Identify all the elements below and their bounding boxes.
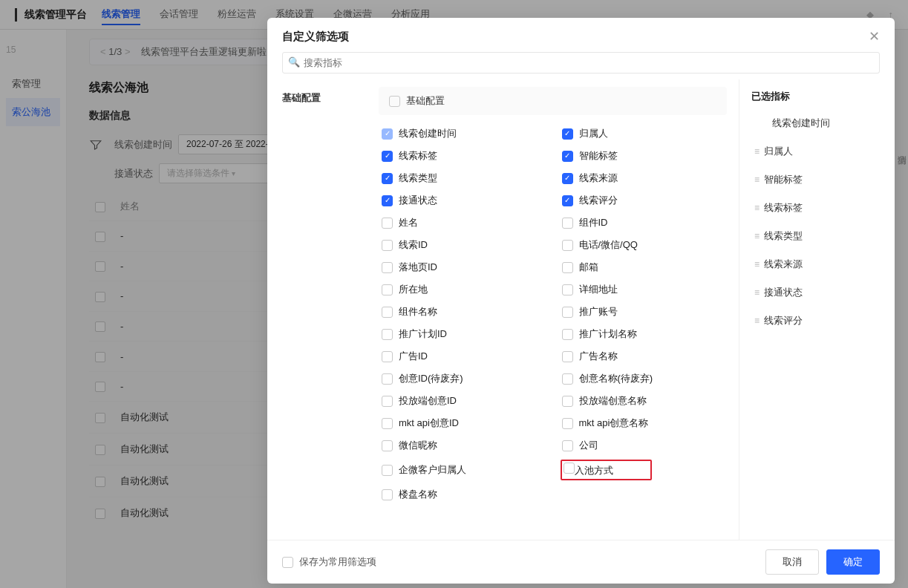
- option-落地页ID[interactable]: 落地页ID: [379, 256, 559, 278]
- save-default-label: 保存为常用筛选项: [299, 555, 376, 569]
- selected-item[interactable]: ≡接通状态: [751, 278, 883, 307]
- option-微信昵称[interactable]: 微信昵称: [379, 434, 559, 457]
- option-checkbox[interactable]: [562, 307, 573, 318]
- option-mkt api创意ID[interactable]: mkt api创意ID: [379, 412, 559, 434]
- option-checkbox[interactable]: [382, 195, 393, 206]
- option-组件ID[interactable]: 组件ID: [559, 212, 739, 234]
- search-input[interactable]: [282, 52, 880, 74]
- option-邮箱[interactable]: 邮箱: [559, 256, 739, 278]
- option-checkbox[interactable]: [564, 463, 575, 474]
- option-checkbox[interactable]: [382, 128, 393, 140]
- option-创意名称(待废弃)[interactable]: 创意名称(待废弃): [559, 368, 739, 390]
- save-default-checkbox[interactable]: [282, 557, 293, 568]
- option-checkbox[interactable]: [562, 284, 573, 295]
- option-智能标签[interactable]: 智能标签: [559, 145, 739, 167]
- selected-item[interactable]: ≡归属人: [751, 137, 883, 166]
- group-checkbox[interactable]: [389, 96, 400, 107]
- option-线索标签[interactable]: 线索标签: [379, 145, 559, 167]
- option-投放端创意ID[interactable]: 投放端创意ID: [379, 390, 559, 412]
- option-组件名称[interactable]: 组件名称: [379, 301, 559, 323]
- option-checkbox[interactable]: [562, 351, 573, 362]
- option-checkbox[interactable]: [382, 284, 393, 295]
- option-公司[interactable]: 公司: [559, 434, 739, 457]
- option-所在地[interactable]: 所在地: [379, 278, 559, 301]
- option-推广计划名称[interactable]: 推广计划名称: [559, 323, 739, 345]
- option-checkbox[interactable]: [562, 173, 573, 184]
- option-checkbox[interactable]: [382, 418, 393, 429]
- option-checkbox[interactable]: [382, 489, 393, 500]
- option-checkbox[interactable]: [382, 307, 393, 318]
- drag-icon[interactable]: ≡: [754, 231, 758, 241]
- selected-item[interactable]: ≡线索评分: [751, 307, 883, 335]
- ok-button[interactable]: 确定: [826, 549, 880, 575]
- option-线索来源[interactable]: 线索来源: [559, 167, 739, 189]
- option-checkbox[interactable]: [382, 440, 393, 451]
- selected-item[interactable]: ≡线索类型: [751, 222, 883, 250]
- option-checkbox[interactable]: [562, 151, 573, 162]
- option-checkbox[interactable]: [562, 440, 573, 451]
- option-checkbox[interactable]: [562, 262, 573, 273]
- option-推广计划ID[interactable]: 推广计划ID: [379, 323, 559, 345]
- option-checkbox[interactable]: [382, 465, 393, 476]
- option-checkbox[interactable]: [382, 151, 393, 162]
- option-checkbox[interactable]: [382, 373, 393, 385]
- option-详细地址[interactable]: 详细地址: [559, 278, 739, 301]
- option-checkbox[interactable]: [382, 262, 393, 273]
- drag-icon[interactable]: ≡: [754, 259, 758, 270]
- option-label: mkt api创意ID: [399, 416, 459, 430]
- option-创意ID(待废弃)[interactable]: 创意ID(待废弃): [379, 368, 559, 390]
- selected-item[interactable]: ≡线索标签: [751, 194, 883, 222]
- option-checkbox[interactable]: [562, 218, 573, 229]
- close-icon[interactable]: ✕: [869, 28, 880, 45]
- option-checkbox[interactable]: [382, 396, 393, 407]
- option-checkbox[interactable]: [562, 373, 573, 385]
- selected-label: 线索评分: [764, 314, 803, 327]
- option-checkbox[interactable]: [562, 418, 573, 429]
- option-广告名称[interactable]: 广告名称: [559, 345, 739, 368]
- option-广告ID[interactable]: 广告ID: [379, 345, 559, 368]
- selected-item[interactable]: ≡智能标签: [751, 166, 883, 194]
- option-推广账号[interactable]: 推广账号: [559, 301, 739, 323]
- selected-item[interactable]: 线索创建时间: [751, 109, 883, 137]
- option-归属人[interactable]: 归属人: [559, 122, 739, 145]
- option-企微客户归属人[interactable]: 企微客户归属人: [379, 457, 559, 483]
- option-接通状态[interactable]: 接通状态: [379, 189, 559, 212]
- option-电话/微信/QQ[interactable]: 电话/微信/QQ: [559, 234, 739, 256]
- drag-icon[interactable]: ≡: [754, 146, 758, 157]
- option-label: 创意名称(待废弃): [579, 372, 653, 385]
- option-checkbox[interactable]: [562, 195, 573, 206]
- category-column: 基础配置: [267, 79, 379, 540]
- option-checkbox[interactable]: [562, 240, 573, 251]
- option-投放端创意名称[interactable]: 投放端创意名称: [559, 390, 739, 412]
- drag-icon[interactable]: ≡: [754, 174, 758, 185]
- option-checkbox[interactable]: [382, 218, 393, 229]
- option-线索创建时间[interactable]: 线索创建时间: [379, 122, 559, 145]
- option-checkbox[interactable]: [382, 173, 393, 184]
- option-checkbox[interactable]: [562, 396, 573, 407]
- option-label: 电话/微信/QQ: [579, 238, 638, 252]
- option-label: 接通状态: [399, 194, 437, 207]
- selected-item[interactable]: ≡线索来源: [751, 250, 883, 278]
- option-checkbox[interactable]: [562, 329, 573, 340]
- cancel-button[interactable]: 取消: [765, 549, 819, 575]
- search-icon: 🔍: [288, 56, 300, 68]
- option-checkbox[interactable]: [382, 351, 393, 362]
- option-label: 智能标签: [579, 149, 618, 163]
- option-姓名[interactable]: 姓名: [379, 212, 559, 234]
- option-checkbox[interactable]: [562, 128, 573, 140]
- option-checkbox[interactable]: [382, 329, 393, 340]
- option-线索类型[interactable]: 线索类型: [379, 167, 559, 189]
- option-label: 投放端创意ID: [399, 394, 457, 408]
- category-basic[interactable]: 基础配置: [282, 87, 364, 109]
- drag-icon[interactable]: ≡: [754, 203, 758, 213]
- option-checkbox[interactable]: [382, 240, 393, 251]
- option-楼盘名称[interactable]: 楼盘名称: [379, 483, 559, 506]
- option-mkt api创意名称[interactable]: mkt api创意名称: [559, 412, 739, 434]
- option-入池方式[interactable]: 入池方式: [559, 457, 739, 483]
- selected-title: 已选指标: [751, 79, 883, 109]
- drag-icon[interactable]: ≡: [754, 287, 758, 298]
- option-线索ID[interactable]: 线索ID: [379, 234, 559, 256]
- drag-icon[interactable]: ≡: [754, 316, 758, 326]
- option-线索评分[interactable]: 线索评分: [559, 189, 739, 212]
- option-label: 落地页ID: [399, 261, 437, 274]
